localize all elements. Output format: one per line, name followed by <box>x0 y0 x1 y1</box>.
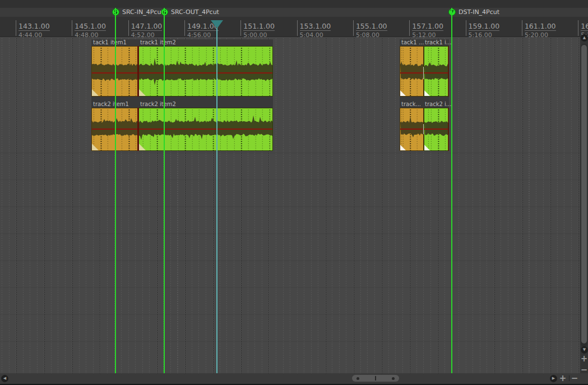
ruler-bar-label: 145.1.004:48.00 <box>72 20 106 36</box>
marker-line-6 <box>164 8 165 373</box>
waveform <box>139 108 273 151</box>
track-lane-divider <box>0 314 580 315</box>
ruler-bar-label: 161.1.005:20.00 <box>522 20 556 36</box>
item-label: tack1 ... <box>401 39 424 46</box>
media-item-track2-item2[interactable] <box>138 108 273 151</box>
ruler-bar-label: 157.1.005:12.00 <box>409 20 443 36</box>
vertical-zoom-out-button[interactable]: − <box>580 366 588 374</box>
waveform <box>424 108 449 151</box>
ruler-bar-label: 143.1.004:44.00 <box>16 20 50 36</box>
track-lane-divider <box>0 287 580 288</box>
item-seam <box>423 67 424 79</box>
track-lane-divider <box>0 260 580 261</box>
ruler-bar-label: 155.1.005:08.00 <box>353 20 387 36</box>
media-item-track1-item2[interactable] <box>138 46 273 97</box>
thumb-center-grip <box>375 376 376 381</box>
marker-line-7 <box>451 8 452 373</box>
item-label: track2 item2 <box>140 101 176 108</box>
timeline-ruler[interactable]: 143.1.004:44.00145.1.004:48.00147.1.004:… <box>0 17 588 37</box>
waveform <box>400 108 424 151</box>
item-edge-line <box>448 108 449 151</box>
item-edge-line <box>448 46 449 97</box>
marker-label-src-in: SRC-IN_4Pcut <box>122 8 164 16</box>
arrow-left-icon: ◀ <box>3 376 6 381</box>
ruler-bar-label: 147.1.004:52.00 <box>128 20 163 36</box>
scroll-up-button[interactable]: ▲ <box>581 34 588 42</box>
waveform <box>424 47 449 97</box>
daw-timeline-window: 5 SRC-IN_4Pcut 6 SRC-OUT_4Pcut 7 DST-IN_… <box>0 0 588 385</box>
scroll-right-button[interactable]: ▶ <box>550 375 557 382</box>
horizontal-scroll-thumb[interactable] <box>352 375 399 382</box>
ruler-bar-label: 159.1.005:16.00 <box>466 20 500 36</box>
vertical-scrollbar: ▲ ▼ + − <box>580 37 588 373</box>
media-item-track1-item1-copy[interactable] <box>400 46 424 97</box>
edit-cursor-line <box>216 21 217 373</box>
track2-item-label-bar-right: track... track2 i... <box>400 97 449 108</box>
marker-line-5 <box>115 8 116 373</box>
scroll-down-button[interactable]: ▼ <box>581 346 588 354</box>
marker-label-src-out: SRC-OUT_4Pcut <box>171 8 219 16</box>
horizontal-zoom-in-button[interactable]: + <box>559 374 567 382</box>
media-item-track1-item2-copy[interactable] <box>424 46 449 97</box>
track-lane-divider <box>0 153 580 153</box>
item-seam <box>423 124 424 134</box>
arrange-view[interactable] <box>0 37 580 373</box>
item-split-line <box>137 108 139 151</box>
ruler-bar-label: 151.1.005:00.00 <box>240 20 275 36</box>
thumb-resize-dot[interactable] <box>392 377 395 380</box>
waveform <box>400 47 424 97</box>
thumb-resize-dot[interactable] <box>356 377 359 380</box>
media-item-track2-item2-copy[interactable] <box>424 108 449 151</box>
horizontal-scrollbar[interactable]: ◀ ▶ + − <box>0 373 588 384</box>
scroll-left-button[interactable]: ◀ <box>1 375 8 382</box>
item-label: track2 item1 <box>93 101 129 108</box>
item-label: track... <box>401 101 421 108</box>
track-lane-divider <box>0 207 580 207</box>
track-lane-divider <box>0 180 580 180</box>
item-label: track2 i... <box>425 101 451 108</box>
marker-label-dst-in: DST-IN_4Pcut <box>459 8 499 16</box>
item-label: track1 i... <box>425 39 451 46</box>
arrow-up-icon: ▲ <box>583 35 586 40</box>
item-split-line <box>137 46 139 97</box>
edit-cursor-handle[interactable] <box>211 20 223 29</box>
arrow-down-icon: ▼ <box>583 347 586 352</box>
top-strip <box>0 0 588 8</box>
ruler-bar-label: 163.1.005:24.00 <box>578 20 588 36</box>
button-divider <box>569 375 570 381</box>
vertical-scroll-thumb[interactable] <box>581 45 587 343</box>
track-lane-divider <box>0 233 580 234</box>
track-lane-divider <box>0 341 580 342</box>
ruler-bar-label: 153.1.005:04.00 <box>297 20 331 36</box>
marker-lane[interactable]: 5 SRC-IN_4Pcut 6 SRC-OUT_4Pcut 7 DST-IN_… <box>0 8 588 17</box>
waveform <box>139 47 273 97</box>
item-label: track1 item2 <box>140 39 176 46</box>
item-label: tack1 item1 <box>93 39 127 46</box>
track2-item-label-bar: track2 item1 track2 item2 <box>91 97 273 108</box>
arrow-right-icon: ▶ <box>552 376 555 381</box>
track1-item-label-bar-right: tack1 ... track1 i... <box>400 39 449 46</box>
track1-item-label-bar: tack1 item1 track1 item2 <box>91 39 273 46</box>
horizontal-zoom-out-button[interactable]: − <box>571 374 578 382</box>
media-item-track2-item1-copy[interactable] <box>400 108 424 151</box>
vertical-zoom-in-button[interactable]: + <box>580 355 588 363</box>
